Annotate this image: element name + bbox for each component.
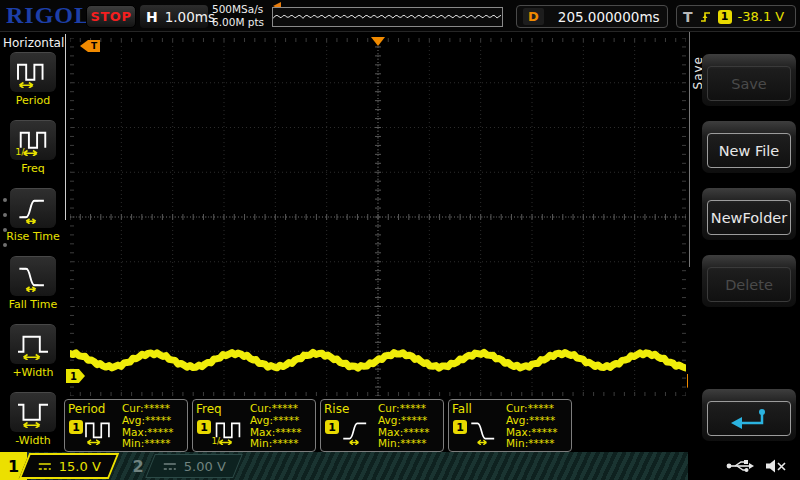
horizontal-label: H xyxy=(146,9,158,25)
top-status-bar: RIGOL STOP H 1.00ms 500MSa/s 6.00M pts D… xyxy=(0,0,800,32)
channel-status-bar: 1 15.0 V 2 5.00 V xyxy=(0,452,800,480)
rigol-logo: RIGOL xyxy=(6,2,91,29)
left-menu-item-plus-width[interactable]: +Width xyxy=(0,324,66,390)
delete-button[interactable]: Delete xyxy=(702,255,796,307)
system-status-icons xyxy=(688,452,800,480)
run-state-indicator: STOP xyxy=(86,5,136,28)
channel-badge: 1 xyxy=(197,420,211,434)
back-button[interactable] xyxy=(702,389,796,441)
panel-divider xyxy=(689,32,690,267)
left-menu-item-rise-time[interactable]: Rise Time xyxy=(0,188,66,254)
left-menu-item-freq[interactable]: 1/ Freq xyxy=(0,120,66,186)
waveform-preview-strip xyxy=(272,7,503,27)
left-menu-item-fall-time[interactable]: Fall Time xyxy=(0,256,66,322)
trigger-level-value: -38.1 V xyxy=(738,9,785,24)
measurement-box-fall: Fall 1 Cur:***** Avg:***** Max:***** Min… xyxy=(448,399,572,452)
rise-time-icon xyxy=(10,188,56,228)
channel2-scale: 5.00 V xyxy=(184,459,226,474)
trigger-slope-icon xyxy=(699,9,712,24)
measurement-box-period: Period 1 Cur:***** Avg:***** Max:***** M… xyxy=(64,399,188,452)
graticule xyxy=(70,38,686,396)
memory-depth: 6.00M pts xyxy=(212,16,264,29)
left-arrow-icon xyxy=(80,40,88,52)
plus-width-icon xyxy=(10,324,56,364)
channel-badge: 1 xyxy=(69,420,83,434)
channel-badge: 1 xyxy=(453,420,467,434)
channel2-status[interactable]: 2 5.00 V xyxy=(126,452,238,480)
rise-time-icon xyxy=(339,417,373,445)
freq-icon: 1/ xyxy=(10,120,56,160)
measurement-box-freq: Freq 1 1/ Cur:***** Avg:***** Max:***** … xyxy=(192,399,316,452)
left-measure-menu: Horizontal Period 1/ Freq xyxy=(0,32,66,452)
preview-waveform xyxy=(273,8,502,26)
trigger-source-badge: 1 xyxy=(718,10,732,24)
new-file-button[interactable]: New File xyxy=(702,121,796,173)
new-folder-button[interactable]: NewFolder xyxy=(702,188,796,240)
freq-icon: 1/ xyxy=(211,417,245,445)
delay-offset-box[interactable]: D 205.000000ms xyxy=(516,5,668,28)
measure-category-title: Horizontal xyxy=(0,32,66,50)
usb-device-icon xyxy=(725,458,755,474)
dc-coupling-icon xyxy=(38,462,52,471)
fall-time-icon xyxy=(10,256,56,296)
channel1-scale: 15.0 V xyxy=(59,459,101,474)
period-icon xyxy=(10,52,56,92)
acquisition-info: 500MSa/s 6.00M pts xyxy=(212,3,264,29)
trigger-position-marker-icon[interactable] xyxy=(371,37,385,46)
delay-value: 205.000000ms xyxy=(558,9,660,25)
menu-page-dots xyxy=(3,198,7,247)
return-arrow-icon xyxy=(727,406,771,432)
measurement-box-rise: Rise 1 Cur:***** Avg:***** Max:***** Min… xyxy=(320,399,444,452)
channel-badge: 1 xyxy=(325,420,339,434)
channel1-status[interactable]: 1 15.0 V xyxy=(0,452,114,480)
waveform-display-area: T 1 xyxy=(66,32,688,399)
period-icon xyxy=(83,417,117,445)
dc-coupling-icon xyxy=(163,462,177,471)
trigger-offscreen-left-marker: T xyxy=(80,40,100,52)
save-menu-panel: Save Save New File NewFolder Delete xyxy=(688,32,800,452)
svg-text:1/: 1/ xyxy=(211,436,220,445)
delay-label: D xyxy=(523,8,544,25)
horizontal-timebase-box[interactable]: H 1.00ms xyxy=(140,5,208,28)
fall-time-icon xyxy=(467,417,501,445)
left-menu-item-period[interactable]: Period xyxy=(0,52,66,118)
save-button[interactable]: Save xyxy=(702,54,796,106)
trigger-status-box[interactable]: T 1 -38.1 V xyxy=(676,5,796,28)
trigger-label: T xyxy=(683,9,693,25)
timebase-value: 1.00ms xyxy=(165,9,215,25)
sample-rate: 500MSa/s xyxy=(212,3,264,16)
minus-width-icon xyxy=(10,392,56,432)
left-menu-item-minus-width[interactable]: -Width xyxy=(0,392,66,458)
measurement-results-row: Period 1 Cur:***** Avg:***** Max:***** M… xyxy=(64,399,572,452)
beeper-muted-icon xyxy=(764,458,788,474)
